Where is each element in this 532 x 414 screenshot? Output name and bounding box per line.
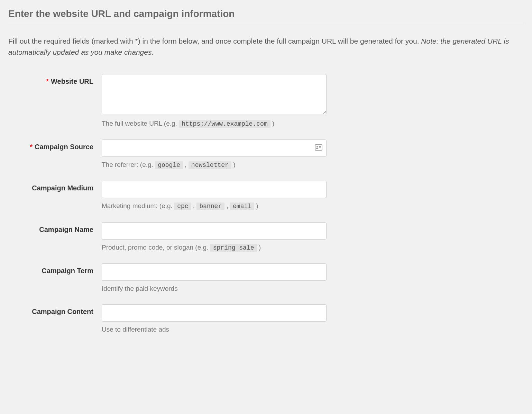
- helper-suffix: ): [257, 244, 261, 251]
- helper-code: google: [155, 161, 183, 169]
- input-col: Product, promo code, or slogan (e.g. spr…: [102, 222, 327, 252]
- required-asterisk: *: [30, 143, 33, 151]
- campaign-name-label: Campaign Name: [39, 226, 93, 233]
- input-col: The full website URL (e.g. https://www.e…: [102, 74, 327, 128]
- label-col: Campaign Content: [8, 304, 102, 334]
- input-col: Identify the paid keywords: [102, 263, 327, 294]
- campaign-content-label: Campaign Content: [32, 308, 93, 315]
- campaign-term-helper: Identify the paid keywords: [102, 284, 327, 294]
- intro-main: Fill out the required fields (marked wit…: [8, 37, 421, 45]
- campaign-source-input[interactable]: [102, 140, 327, 157]
- helper-code: banner: [196, 202, 224, 210]
- campaign-medium-input[interactable]: [102, 181, 327, 198]
- label-col: Campaign Term: [8, 263, 102, 294]
- helper-code: newsletter: [189, 161, 231, 169]
- input-col: Marketing medium: (e.g. cpc , banner , e…: [102, 181, 327, 211]
- form-row-campaign-term: Campaign Term Identify the paid keywords: [8, 263, 327, 294]
- campaign-name-helper: Product, promo code, or slogan (e.g. spr…: [102, 243, 327, 252]
- campaign-medium-label: Campaign Medium: [32, 184, 93, 192]
- campaign-name-input[interactable]: [102, 222, 327, 240]
- helper-mid: ,: [191, 202, 197, 209]
- helper-mid: ,: [183, 161, 189, 168]
- label-col: Campaign Medium: [8, 181, 102, 211]
- campaign-term-input[interactable]: [102, 263, 327, 281]
- website-url-helper: The full website URL (e.g. https://www.e…: [102, 119, 327, 128]
- form-row-campaign-name: Campaign Name Product, promo code, or sl…: [8, 222, 327, 252]
- helper-code: email: [230, 202, 254, 210]
- helper-code: https://www.example.com: [179, 120, 270, 128]
- required-asterisk: *: [46, 78, 49, 85]
- helper-code: spring_sale: [210, 244, 257, 252]
- campaign-source-label: Campaign Source: [35, 143, 93, 151]
- form-row-campaign-medium: Campaign Medium Marketing medium: (e.g. …: [8, 181, 327, 211]
- website-url-input[interactable]: [102, 74, 327, 114]
- helper-prefix: The referrer: (e.g.: [102, 161, 155, 168]
- input-col: The referrer: (e.g. google , newsletter …: [102, 140, 327, 170]
- campaign-content-helper: Use to differentiate ads: [102, 325, 327, 334]
- helper-code: cpc: [174, 202, 191, 210]
- form-row-website-url: *Website URL The full website URL (e.g. …: [8, 74, 327, 128]
- website-url-label: Website URL: [51, 78, 93, 85]
- campaign-content-input[interactable]: [102, 304, 327, 322]
- input-col: Use to differentiate ads: [102, 304, 327, 334]
- label-col: *Campaign Source: [8, 140, 102, 170]
- campaign-source-helper: The referrer: (e.g. google , newsletter …: [102, 160, 327, 170]
- label-col: Campaign Name: [8, 222, 102, 252]
- label-col: *Website URL: [8, 74, 102, 128]
- svg-point-1: [317, 146, 318, 147]
- campaign-term-label: Campaign Term: [42, 267, 93, 274]
- intro-text: Fill out the required fields (marked wit…: [8, 36, 524, 57]
- helper-prefix: Marketing medium: (e.g.: [102, 202, 174, 209]
- helper-prefix: Product, promo code, or slogan (e.g.: [102, 244, 210, 251]
- form-row-campaign-content: Campaign Content Use to differentiate ad…: [8, 304, 327, 334]
- helper-suffix: ): [254, 202, 258, 209]
- form-row-campaign-source: *Campaign Source The referrer: (e.g. goo…: [8, 140, 327, 170]
- helper-suffix: ): [231, 161, 236, 168]
- contact-card-icon: [315, 144, 322, 152]
- helper-mid: ,: [224, 202, 230, 209]
- helper-prefix: The full website URL (e.g.: [102, 120, 179, 127]
- input-wrapper: [102, 140, 327, 157]
- campaign-medium-helper: Marketing medium: (e.g. cpc , banner , e…: [102, 201, 327, 211]
- page-title: Enter the website URL and campaign infor…: [8, 8, 524, 23]
- helper-suffix: ): [270, 120, 275, 127]
